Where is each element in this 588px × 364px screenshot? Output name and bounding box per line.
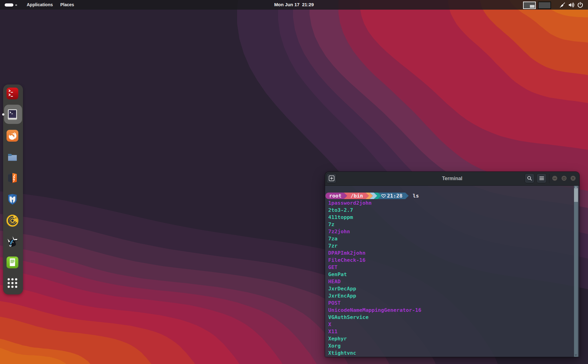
- stylus-icon[interactable]: [559, 1, 566, 9]
- running-indicator-dot: [2, 113, 4, 116]
- file-item: Xorg: [325, 342, 574, 349]
- scrollbar[interactable]: [574, 186, 578, 357]
- file-item: 1password2john: [325, 199, 574, 207]
- volume-icon[interactable]: [568, 1, 575, 9]
- terminal-icon[interactable]: [6, 108, 19, 121]
- scroll-up-icon[interactable]: [575, 186, 577, 188]
- file-item: Xephyr: [325, 335, 574, 342]
- root-terminal-icon[interactable]: [6, 87, 19, 100]
- file-item: 7zr: [325, 242, 574, 249]
- file-item: JxrEncApp: [325, 292, 574, 299]
- firefox-icon[interactable]: [6, 130, 19, 142]
- header-separator: [549, 174, 549, 183]
- file-item: Xtightvnc: [325, 349, 574, 357]
- scroll-down-icon[interactable]: [575, 354, 577, 356]
- search-button[interactable]: [525, 173, 535, 183]
- burpsuite-icon[interactable]: [6, 172, 19, 184]
- prompt-dir: /bin: [351, 193, 363, 199]
- prompt-user: root: [329, 193, 342, 199]
- metasploit-icon[interactable]: [6, 193, 19, 205]
- workspace-thumbnail-window: [530, 5, 535, 8]
- close-button[interactable]: [571, 176, 576, 181]
- clock[interactable]: Mon Jun 17 21:29: [0, 0, 588, 10]
- scrollbar-thumb[interactable]: [574, 188, 578, 202]
- file-item: GenPat: [325, 271, 574, 278]
- file-item: HEAD: [325, 278, 574, 285]
- file-item: X11: [325, 328, 574, 335]
- file-item: VGAuthService: [325, 314, 574, 321]
- notes-icon[interactable]: [6, 256, 19, 269]
- workspace-thumbnail-1[interactable]: [523, 2, 536, 9]
- prompt-line: root /bin 21:28 ls: [325, 192, 574, 199]
- workspace-thumbnail-2[interactable]: [538, 2, 551, 9]
- minimize-button[interactable]: [552, 176, 557, 181]
- file-item: X: [325, 321, 574, 328]
- menu-button[interactable]: [536, 173, 547, 183]
- files-icon[interactable]: [6, 151, 19, 163]
- terminal-body[interactable]: root /bin 21:28 ls 1password2john2to3-2.…: [325, 186, 579, 357]
- file-item: UnicodeNameMappingGenerator-16: [325, 307, 574, 314]
- show-apps-icon[interactable]: [6, 277, 19, 289]
- file-item: 7z: [325, 221, 574, 228]
- power-icon[interactable]: [577, 1, 584, 9]
- file-item: DPAPImk2john: [325, 249, 574, 257]
- file-item: 7z2john: [325, 228, 574, 235]
- file-item: POST: [325, 299, 574, 307]
- maximize-button[interactable]: [562, 176, 567, 181]
- file-item: 411toppm: [325, 214, 574, 221]
- caido-icon[interactable]: [6, 214, 19, 227]
- terminal-window: Terminal root /bin 21:28 ls 1password2jo…: [325, 172, 579, 357]
- dock: [3, 84, 23, 294]
- file-item: 2to3-2.7: [325, 207, 574, 214]
- file-item: 7za: [325, 235, 574, 242]
- file-item: GET: [325, 264, 574, 271]
- file-item: JxrDecApp: [325, 285, 574, 292]
- typed-command: ls: [413, 192, 419, 199]
- beef-icon[interactable]: [6, 236, 19, 248]
- prompt-time: 21:28: [387, 193, 402, 199]
- file-item: FileCheck-16: [325, 257, 574, 264]
- file-list: 1password2john2to3-2.7411toppm7z7z2john7…: [325, 199, 574, 357]
- prompt-powerline: root /bin 21:28: [325, 192, 414, 199]
- terminal-headerbar[interactable]: Terminal: [325, 172, 579, 186]
- top-panel: Applications Places Mon Jun 17 21:29: [0, 0, 588, 10]
